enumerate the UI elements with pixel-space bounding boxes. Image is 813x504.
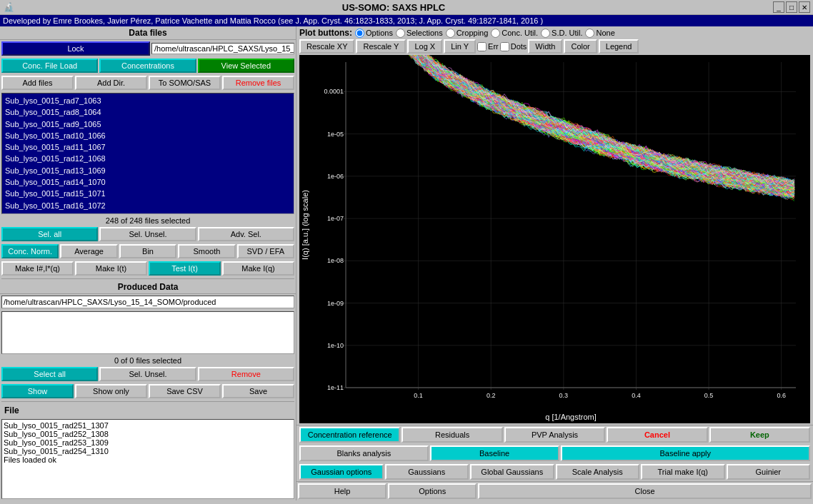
file-list-item[interactable]: Sub_lyso_0015_rad15_1071: [4, 188, 292, 199]
color-button[interactable]: Color: [564, 39, 597, 54]
sel-all-button[interactable]: Sel. all: [1, 227, 98, 241]
message-item: Sub_lyso_0015_rad252_1308: [4, 430, 292, 438]
lin-y-button[interactable]: Lin Y: [444, 39, 476, 54]
produced-count: 0 of 0 files selected: [0, 356, 296, 366]
produced-path: /home/ultrascan/HPLC_SAXS/Lyso_15_14_SOM…: [1, 296, 294, 308]
app-bottom-bar: Help Options Close: [296, 481, 813, 500]
help-button[interactable]: Help: [298, 483, 386, 499]
minimize-button[interactable]: _: [773, 1, 784, 13]
conc-util-radio[interactable]: [491, 29, 500, 38]
data-files-header: Data files: [0, 26, 296, 40]
file-list-item[interactable]: Sub_lyso_0015_rad13_1069: [4, 165, 292, 176]
file-list-item[interactable]: Sub_lyso_0015_rad12_1068: [4, 153, 292, 164]
add-files-button[interactable]: Add files: [1, 76, 74, 90]
pvp-analysis-button[interactable]: PVP Analysis: [504, 427, 605, 443]
log-x-button[interactable]: Log X: [407, 39, 442, 54]
close-button[interactable]: ✕: [799, 1, 810, 13]
make-lt-button[interactable]: Make I(t): [75, 261, 147, 276]
bin-button[interactable]: Bin: [119, 244, 176, 258]
rescale-xy-button[interactable]: Rescale XY: [299, 39, 354, 54]
rescale-y-button[interactable]: Rescale Y: [356, 39, 406, 54]
dev-bar: Developed by Emre Brookes, Javier Pérez,…: [0, 15, 813, 26]
dots-checkbox-label[interactable]: Dots: [500, 42, 527, 51]
file-list-item[interactable]: Sub_lyso_0015_rad10_1066: [4, 130, 292, 141]
concentration-reference-button[interactable]: Concentration reference: [299, 427, 400, 443]
file-list-item[interactable]: Sub_lyso_0015_rad17_1073: [4, 211, 292, 214]
baseline-apply-button[interactable]: Baseline apply: [561, 445, 811, 461]
remove-files-button[interactable]: Remove files: [222, 76, 294, 90]
conc-file-load-button[interactable]: Conc. File Load: [1, 59, 98, 73]
concentrations-button[interactable]: Concentrations: [99, 59, 196, 73]
err-checkbox[interactable]: [477, 42, 487, 51]
save-csv-button[interactable]: Save CSV: [149, 384, 221, 398]
produced-header: Produced Data: [0, 281, 296, 294]
plot-buttons-label: Plot buttons:: [299, 28, 352, 38]
to-somo-sas-button[interactable]: To SOMO/SAS: [149, 76, 221, 90]
global-gaussians-button[interactable]: Global Gaussians: [470, 464, 554, 480]
message-item: Sub_lyso_0015_rad253_1309: [4, 438, 292, 447]
message-item: Sub_lyso_0015_rad254_1310: [4, 447, 292, 455]
legend-button[interactable]: Legend: [599, 39, 639, 54]
title-bar: 🔬 US-SOMO: SAXS HPLC _ □ ✕: [0, 0, 813, 15]
options-radio[interactable]: [355, 29, 364, 38]
guinier-button[interactable]: Guinier: [727, 464, 811, 480]
remove2-button[interactable]: Remove: [198, 367, 294, 381]
messages-list: Sub_lyso_0015_rad251_1307Sub_lyso_0015_r…: [1, 419, 294, 499]
cropping-radio[interactable]: [446, 29, 455, 38]
show-only-button[interactable]: Show only: [75, 384, 147, 398]
show-button[interactable]: Show: [1, 384, 74, 398]
selection-count: 248 of 248 files selected: [0, 216, 296, 226]
make-lq-button[interactable]: Make I(q): [222, 261, 294, 276]
file-list-item[interactable]: Sub_lyso_0015_rad9_1065: [4, 119, 292, 130]
average-button[interactable]: Average: [60, 244, 117, 258]
lock-button[interactable]: Lock: [1, 41, 150, 56]
plot-area: [299, 55, 810, 423]
adv-sel-button[interactable]: Adv. Sel.: [198, 227, 294, 241]
smooth-button[interactable]: Smooth: [178, 244, 235, 258]
dots-checkbox[interactable]: [500, 42, 509, 51]
svd-efa-button[interactable]: SVD / EFA: [237, 244, 294, 258]
conc-norm-button[interactable]: Conc. Norm.: [1, 244, 59, 258]
sel-unsel2-button[interactable]: Sel. Unsel.: [99, 367, 196, 381]
file-list-item[interactable]: Sub_lyso_0015_rad7_1063: [4, 95, 292, 106]
produced-list[interactable]: [1, 311, 294, 354]
baseline-button[interactable]: Baseline: [430, 445, 559, 461]
view-selected-button[interactable]: View Selected: [198, 59, 294, 73]
save-button[interactable]: Save: [222, 384, 294, 398]
make-i-hash-button[interactable]: Make I#,I*(q): [1, 261, 74, 276]
file-path-display: /home/ultrascan/HPLC_SAXS/Lyso_15_14_SOM…: [151, 43, 294, 54]
err-checkbox-label[interactable]: Err: [477, 42, 499, 51]
file-list[interactable]: Sub_lyso_0015_rad7_1063Sub_lyso_0015_rad…: [1, 93, 294, 214]
gaussians-button[interactable]: Gaussians: [385, 464, 469, 480]
add-dir-button[interactable]: Add Dir.: [75, 76, 147, 90]
left-panel: Data files Lock /home/ultrascan/HPLC_SAX…: [0, 26, 296, 500]
window-title: US-SOMO: SAXS HPLC: [14, 2, 773, 13]
width-button[interactable]: Width: [528, 39, 562, 54]
maximize-button[interactable]: □: [786, 1, 797, 13]
file-list-item[interactable]: Sub_lyso_0015_rad16_1072: [4, 200, 292, 211]
sel-unsel-button[interactable]: Sel. Unsel.: [99, 227, 196, 241]
title-icon: 🔬: [3, 1, 14, 13]
residuals-button[interactable]: Residuals: [401, 427, 502, 443]
file-list-item[interactable]: Sub_lyso_0015_rad11_1067: [4, 141, 292, 153]
cancel-button[interactable]: Cancel: [607, 427, 707, 443]
close-button-bottom[interactable]: Close: [478, 483, 812, 499]
keep-button[interactable]: Keep: [709, 427, 810, 443]
message-item: Files loaded ok: [4, 455, 292, 464]
none-radio[interactable]: [585, 29, 594, 38]
gaussian-options-button[interactable]: Gaussian options: [299, 464, 384, 480]
test-lt-button[interactable]: Test I(t): [149, 261, 221, 276]
sd-util-radio[interactable]: [541, 29, 550, 38]
blanks-analysis-button[interactable]: Blanks analysis: [299, 445, 429, 461]
message-item: Sub_lyso_0015_rad251_1307: [4, 421, 292, 430]
scale-analysis-button[interactable]: Scale Analysis: [556, 464, 640, 480]
options-button[interactable]: Options: [388, 483, 477, 499]
right-panel: Plot buttons: Options Selections Croppin…: [296, 26, 813, 500]
select-all2-button[interactable]: Select all: [1, 367, 98, 381]
trial-make-lq-button[interactable]: Trial make I(q): [641, 464, 725, 480]
selections-radio[interactable]: [396, 29, 405, 38]
file-list-item[interactable]: Sub_lyso_0015_rad14_1070: [4, 176, 292, 188]
file-list-item[interactable]: Sub_lyso_0015_rad8_1064: [4, 106, 292, 118]
file-label: File: [1, 404, 22, 417]
action-buttons: Concentration reference Residuals PVP An…: [296, 425, 813, 481]
